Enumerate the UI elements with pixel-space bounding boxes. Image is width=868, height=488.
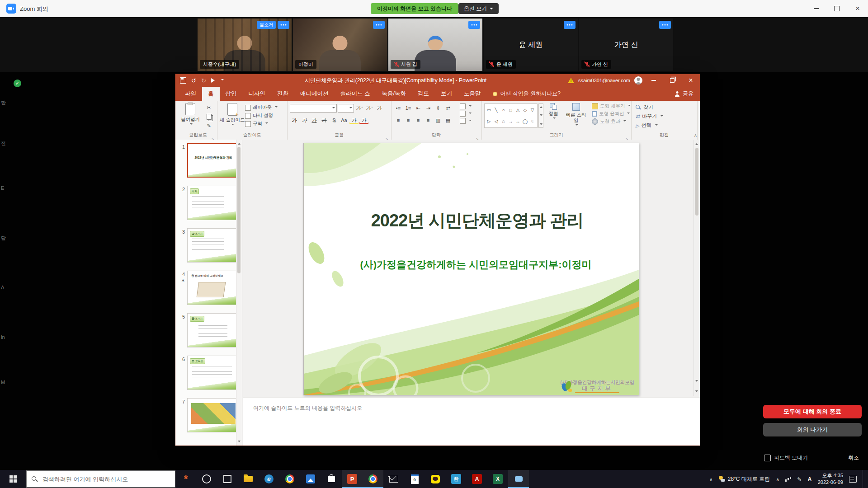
- font-size-select[interactable]: [338, 104, 354, 113]
- shape-icon[interactable]: ◇: [522, 107, 528, 113]
- weather-widget[interactable]: 28°C 대체로 흐림: [719, 475, 770, 483]
- font-style-button[interactable]: 가: [320, 116, 329, 124]
- slide-thumbnail[interactable]: [187, 398, 240, 432]
- shape-icon[interactable]: ▽: [529, 107, 536, 113]
- 시원 김[interactable]: 시원 김: [388, 19, 482, 71]
- ribbon-tab[interactable]: 녹음/녹화: [376, 87, 411, 101]
- tell-me-search[interactable]: 어떤 작업을 원하시나요?: [493, 87, 560, 101]
- cancel-button[interactable]: 취소: [848, 454, 859, 462]
- format-painter-button[interactable]: ✎: [204, 122, 213, 130]
- slide-thumbnail[interactable]: 2022년 시민단체운영과 관리: [187, 143, 240, 178]
- dialog-launcher-icon[interactable]: [476, 134, 480, 138]
- acrobat-icon[interactable]: A: [467, 470, 487, 488]
- slide-thumbnail[interactable]: 한 선으로 따라 그려보세요: [187, 271, 240, 305]
- ppt-restore-button[interactable]: [665, 74, 679, 87]
- file-explorer-icon[interactable]: [238, 470, 259, 488]
- 가연 신[interactable]: 가연 신 가연 신: [579, 19, 673, 71]
- participant-menu-button[interactable]: [564, 21, 576, 29]
- align-text-button[interactable]: [460, 111, 472, 117]
- layout-button[interactable]: 레이아웃: [245, 104, 278, 111]
- section-button[interactable]: 구역: [245, 121, 278, 127]
- ribbon-tab[interactable]: 홈: [202, 87, 220, 101]
- ppt-close-button[interactable]: ×: [684, 74, 698, 87]
- paragraph-button[interactable]: •≡: [394, 104, 403, 112]
- quick-styles-button[interactable]: 빠른 스타일: [565, 103, 587, 127]
- view-options-button[interactable]: 옵션 보기: [458, 3, 499, 14]
- ribbon-tab[interactable]: 디자인: [243, 87, 272, 101]
- tray-overflow-icon[interactable]: [709, 475, 713, 483]
- shape-icon[interactable]: ↔: [514, 118, 521, 125]
- chrome-active-icon[interactable]: [363, 470, 383, 488]
- chevron-up-icon[interactable]: [776, 475, 779, 483]
- paste-button[interactable]: 붙여넣기: [181, 103, 200, 126]
- reset-button[interactable]: 다시 설정: [245, 113, 278, 119]
- next-slide-icon[interactable]: [695, 380, 698, 383]
- zoom-app-icon[interactable]: [508, 470, 529, 488]
- show-desktop-button[interactable]: [863, 470, 865, 488]
- shape-icon[interactable]: ▭: [486, 107, 492, 113]
- shape-icon[interactable]: ◁: [493, 118, 500, 125]
- shape-icon[interactable]: □: [507, 107, 514, 113]
- notes-pane[interactable]: 여기에 슬라이드 노트의 내용을 입력하십시오: [243, 398, 700, 446]
- previous-slide-icon[interactable]: [695, 142, 698, 145]
- network-icon[interactable]: [785, 477, 791, 482]
- ribbon-tab[interactable]: 보기: [435, 87, 458, 101]
- participant-menu-button[interactable]: [468, 21, 480, 29]
- taskbar-clock[interactable]: 오후 4:35 2022-06-09: [818, 472, 843, 486]
- shrink-font-button[interactable]: 가: [365, 104, 374, 113]
- slideshow-icon[interactable]: [211, 78, 215, 83]
- shape-effects-button[interactable]: 도형 효과: [592, 118, 631, 125]
- smartart-button[interactable]: [460, 118, 472, 124]
- font-style-button[interactable]: S: [330, 116, 339, 124]
- find-button[interactable]: 찾기: [636, 104, 663, 111]
- leave-meeting-button[interactable]: 회의 나가기: [763, 423, 862, 436]
- shape-icon[interactable]: ╲: [493, 107, 500, 113]
- shape-icon[interactable]: ≈: [529, 118, 536, 125]
- ime-indicator[interactable]: A: [807, 476, 811, 483]
- ppt-minimize-button[interactable]: [646, 74, 661, 87]
- microsoft-store-icon[interactable]: [321, 470, 342, 488]
- calendar-icon[interactable]: 9: [404, 470, 425, 488]
- account-avatar[interactable]: [634, 76, 642, 84]
- dialog-launcher-icon[interactable]: [211, 134, 216, 138]
- shape-icon[interactable]: ◯: [522, 118, 528, 125]
- thumbnail-scrollbar[interactable]: [236, 140, 242, 446]
- slide-thumbnail[interactable]: 열어가기: [187, 228, 240, 263]
- taskbar-search[interactable]: [26, 470, 175, 488]
- slide-scrollbar[interactable]: [693, 140, 700, 396]
- font-style-button[interactable]: 가: [300, 116, 309, 124]
- clear-formatting-button[interactable]: 가: [375, 104, 384, 113]
- 서종수(대구대)[interactable]: 음소거 서종수(대구대): [198, 19, 292, 71]
- 이정미[interactable]: 이정미: [293, 19, 387, 71]
- slide-title[interactable]: 2022년 시민단체운영과 관리: [322, 209, 632, 232]
- participant-menu-button[interactable]: [278, 21, 289, 29]
- shape-icon[interactable]: ○: [500, 107, 507, 113]
- arrange-button[interactable]: 정렬: [544, 103, 563, 120]
- mail-icon[interactable]: [383, 470, 404, 488]
- maximize-button[interactable]: [826, 0, 847, 17]
- slide-thumbnail[interactable]: 본 교육은: [187, 356, 240, 390]
- browser-ring-icon[interactable]: [196, 470, 217, 488]
- shape-fill-button[interactable]: 도형 채우기: [592, 103, 631, 109]
- 윤 세원[interactable]: 윤 세원 윤 세원: [484, 19, 578, 71]
- shape-icon[interactable]: →: [507, 118, 514, 125]
- powerpoint-icon[interactable]: P: [342, 470, 363, 488]
- account-email[interactable]: ssaim0301@naver.com: [578, 78, 630, 83]
- alignment-button[interactable]: ▥: [434, 116, 443, 124]
- warning-icon[interactable]: [568, 78, 574, 83]
- ribbon-tab[interactable]: 애니메이션: [294, 87, 335, 101]
- participant-menu-button[interactable]: [373, 21, 385, 29]
- alignment-button[interactable]: ≡: [424, 116, 433, 124]
- grow-font-button[interactable]: 가: [355, 104, 364, 113]
- shape-outline-button[interactable]: 도형 윤곽선: [592, 111, 631, 117]
- slide-thumbnail[interactable]: 들어가기: [187, 313, 240, 347]
- edge-browser-icon[interactable]: e: [259, 470, 279, 488]
- kakaotalk-icon[interactable]: [425, 470, 446, 488]
- excel-icon[interactable]: X: [487, 470, 508, 488]
- slide-canvas[interactable]: 2022년 시민단체운영과 관리 (사)가정을건강하게하는 시민의모임대구지부:…: [303, 143, 639, 395]
- alignment-button[interactable]: ≡: [404, 116, 413, 124]
- participant-menu-button[interactable]: [659, 21, 671, 29]
- ribbon-tab[interactable]: 슬라이드 쇼: [335, 87, 376, 101]
- select-button[interactable]: 선택: [636, 122, 663, 129]
- shapes-gallery-scrollbar[interactable]: [538, 103, 543, 128]
